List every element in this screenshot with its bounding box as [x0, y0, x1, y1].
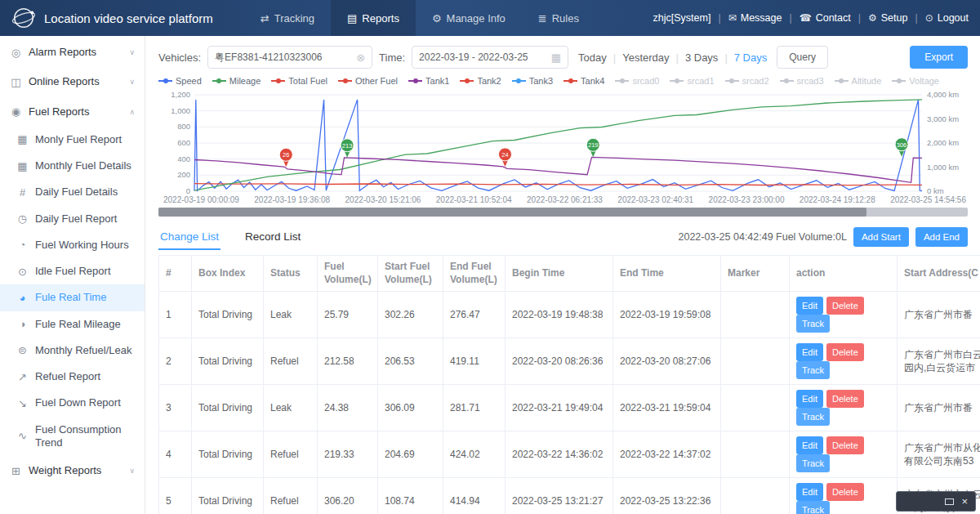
tabs: Change ListRecord List	[158, 224, 302, 250]
table-cell: 2022-03-21 19:59:04	[613, 385, 721, 431]
tab-record-list[interactable]: Record List	[243, 224, 302, 250]
hours-icon: ◔	[16, 239, 29, 251]
x-axis-label: 2022-03-20 15:21:06	[345, 195, 421, 204]
sidebar-item-monly-fuel-report[interactable]: ▦Monly Fuel Report	[0, 127, 145, 153]
column-header: End Time	[613, 256, 721, 292]
menu-contact[interactable]: ☎Contact	[800, 12, 851, 24]
track-button[interactable]: Track	[796, 361, 830, 379]
mini-window[interactable]: ×	[896, 491, 976, 512]
window-close-icon[interactable]: ×	[961, 496, 968, 507]
legend-srcad3[interactable]: srcad3	[780, 76, 824, 86]
range-7-days[interactable]: 7 Days	[734, 51, 767, 64]
address-line: 广东省广州市番	[904, 308, 980, 321]
add-start-button[interactable]: Add Start	[853, 227, 909, 247]
track-button[interactable]: Track	[796, 315, 830, 333]
edit-button[interactable]: Edit	[796, 297, 823, 315]
sidebar-item-label: Online Reports	[29, 75, 122, 88]
window-restore-icon[interactable]	[945, 498, 954, 505]
sidebar-item-fuel-working-hours[interactable]: ◔Fuel Working Hours	[0, 232, 145, 258]
range-yesterday[interactable]: Yesterday	[622, 51, 669, 64]
time-range-input[interactable]: 2022-03-19 - 2022-03-25 ▦	[412, 46, 568, 69]
menu-message[interactable]: ✉Message	[728, 12, 782, 24]
legend-srcad2[interactable]: srcad2	[725, 76, 769, 86]
menu-logout[interactable]: ⊙Logout	[925, 12, 969, 24]
legend-srcad0[interactable]: srcad0	[615, 76, 659, 86]
sidebar-item-daily-fuel-report[interactable]: ◷Daily Fuel Report	[0, 206, 145, 232]
legend-srcad1[interactable]: srcad1	[670, 76, 714, 86]
range-3-days[interactable]: 3 Days	[685, 51, 718, 64]
sidebar-item-refuel-report[interactable]: ↗Refuel Report	[0, 364, 145, 390]
sidebar-item-online-reports[interactable]: ◫Online Reports∨	[0, 67, 145, 96]
menu-label: Setup	[881, 12, 908, 24]
table-cell: Leak	[264, 385, 318, 431]
tab-change-list[interactable]: Change List	[158, 224, 220, 250]
table-cell: 212.58	[318, 338, 378, 385]
action-cell: EditDeleteTrack	[790, 338, 898, 385]
add-end-button[interactable]: Add End	[915, 227, 968, 247]
edit-button[interactable]: Edit	[796, 343, 823, 361]
track-button[interactable]: Track	[796, 454, 830, 472]
menu-setup[interactable]: ⚙Setup	[868, 12, 907, 24]
sidebar-item-fule-real-time[interactable]: ◕Fule Real Time	[0, 284, 145, 311]
nav-rules[interactable]: ≣Rules	[522, 0, 595, 36]
app-logo-icon	[11, 6, 36, 30]
legend-tank2[interactable]: Tank2	[460, 76, 501, 86]
scrollbar-thumb[interactable]	[158, 208, 866, 217]
sidebar-item-weight-reports[interactable]: ⊞Weight Reports∨	[0, 456, 145, 485]
delete-button[interactable]: Delete	[826, 483, 864, 501]
legend-voltage[interactable]: Voltage	[892, 76, 939, 86]
sidebar-item-fuel-consumption-trend[interactable]: ∿Fuel Consumption Trend	[0, 417, 145, 457]
edit-button[interactable]: Edit	[796, 483, 823, 501]
nav-label: Manage Info	[447, 12, 506, 25]
export-button[interactable]: Export	[910, 46, 968, 69]
sidebar-item-fuel-reports[interactable]: ◉Fuel Reports∧	[0, 97, 145, 127]
nav-manage-info[interactable]: ⚙Manage Info	[416, 0, 522, 36]
username[interactable]: zhjc[System]	[653, 12, 711, 24]
track-button[interactable]: Track	[796, 501, 830, 514]
svg-text:1,000: 1,000	[171, 106, 190, 115]
table-cell	[721, 292, 790, 338]
legend-other-fuel[interactable]: Other Fuel	[338, 76, 398, 86]
nav-tracking[interactable]: ⇄Tracking	[244, 0, 331, 36]
legend-mileage[interactable]: Mileage	[212, 76, 261, 86]
sidebar-item-alarm-reports[interactable]: ◎Alarm Reports∨	[0, 38, 145, 67]
edit-button[interactable]: Edit	[796, 436, 823, 454]
legend-tank3[interactable]: Tank3	[512, 76, 553, 86]
sidebar-item-fuel-down-report[interactable]: ↘Fuel Down Report	[0, 390, 145, 416]
vehicle-input[interactable]: 粤EF8381-41210323006 ⊗	[207, 46, 372, 69]
legend-speed[interactable]: Speed	[158, 76, 202, 86]
track-button[interactable]: Track	[796, 408, 830, 426]
edit-button[interactable]: Edit	[796, 390, 823, 408]
svg-text:600: 600	[177, 138, 190, 147]
table-cell: 4	[159, 431, 192, 478]
sidebar-item-monthly-fuel-details[interactable]: ▦Monthly Fuel Details	[0, 153, 145, 179]
sidebar-item-label: Refuel Report	[35, 370, 135, 383]
legend-total-fuel[interactable]: Total Fuel	[271, 76, 327, 86]
chevron-down-icon: ∨	[129, 78, 135, 86]
legend-marker-icon	[892, 80, 906, 82]
legend-tank4[interactable]: Tank4	[564, 76, 604, 86]
sidebar-item-daily-fuel-details[interactable]: #Daily Fuel Details	[0, 179, 145, 205]
sidebar-item-idle-fuel-report[interactable]: ⊙Idle Fuel Report	[0, 258, 145, 284]
query-button[interactable]: Query	[777, 46, 828, 69]
column-header: Status	[264, 256, 318, 292]
sidebar-item-fule-real-mileage[interactable]: ◑Fule Real Mileage	[0, 311, 145, 337]
chart-scrollbar[interactable]	[158, 208, 968, 217]
legend-altitude[interactable]: Altitude	[835, 76, 882, 86]
clear-icon[interactable]: ⊗	[356, 51, 365, 64]
table-cell: 2022-03-22 14:37:02	[613, 431, 721, 478]
delete-button[interactable]: Delete	[826, 436, 864, 454]
nav-reports[interactable]: ▤Reports	[331, 0, 416, 36]
table-cell: 204.69	[378, 431, 443, 478]
menu-separator: |	[858, 12, 861, 24]
delete-button[interactable]: Delete	[826, 390, 864, 408]
sidebar-item-monthly-refuel-leak[interactable]: ⊜Monthly Refuel/Leak	[0, 337, 145, 364]
logout-icon: ⊙	[925, 12, 933, 24]
sidebar-item-label: Fule Real Mileage	[35, 318, 135, 331]
top-navbar: Location video service platform ⇄Trackin…	[0, 0, 980, 36]
delete-button[interactable]: Delete	[826, 297, 864, 315]
range-today[interactable]: Today	[578, 51, 607, 64]
delete-button[interactable]: Delete	[826, 343, 864, 361]
legend-tank1[interactable]: Tank1	[408, 76, 449, 86]
fuel-chart[interactable]: 1,2001,00080060040020004,000 km3,000 km2…	[158, 87, 968, 194]
